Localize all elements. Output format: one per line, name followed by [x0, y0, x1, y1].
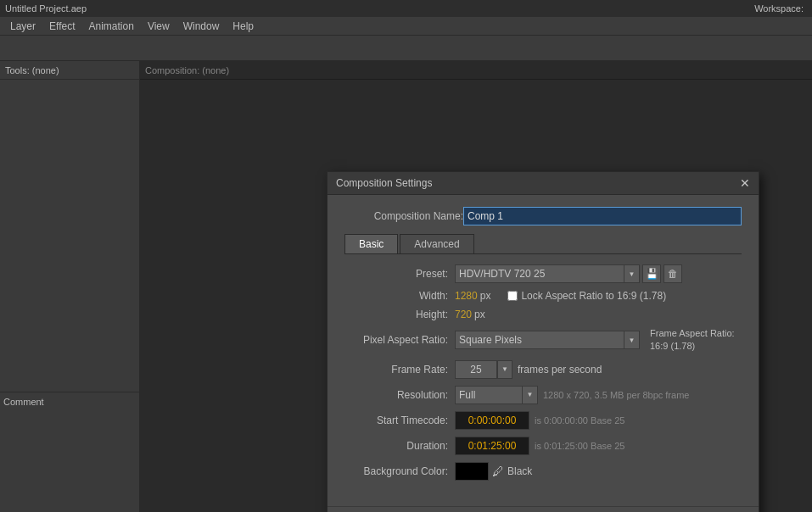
- comment-bar: Comment: [0, 392, 139, 410]
- frame-aspect-label: Frame Aspect Ratio:: [650, 327, 735, 340]
- width-value[interactable]: 1280: [455, 290, 478, 302]
- preset-save-button[interactable]: 💾: [642, 264, 661, 283]
- resolution-info: 1280 x 720, 3.5 MB per 8bpc frame: [543, 390, 689, 400]
- menu-window[interactable]: Window: [176, 20, 227, 32]
- pixel-aspect-row: Pixel Aspect Ratio: Square Pixels D1/DV …: [344, 327, 742, 353]
- menu-help[interactable]: Help: [226, 20, 260, 32]
- comp-name-input[interactable]: [463, 207, 742, 225]
- preset-row: Preset: HDV/HDTV 720 25 HDV/HDTV 1080 25…: [344, 264, 742, 283]
- frame-aspect-value: 16:9 (1.78): [650, 340, 735, 353]
- resolution-dropdown-wrapper: Full Half Third Quarter Custom ▼: [455, 386, 538, 404]
- resolution-select[interactable]: Full Half Third Quarter Custom: [455, 386, 523, 404]
- lock-aspect-label: Lock Aspect Ratio to 16:9 (1.78): [521, 290, 666, 302]
- eyedropper-button[interactable]: 🖊: [492, 465, 504, 478]
- menu-view[interactable]: View: [141, 20, 176, 32]
- toolbar: [0, 36, 812, 61]
- start-timecode-input[interactable]: [455, 411, 529, 430]
- pixel-aspect-select[interactable]: Square Pixels D1/DV NTSC D1/DV PAL: [455, 331, 624, 349]
- lock-aspect-checkbox[interactable]: [507, 291, 518, 301]
- dialog-overlay: Composition Settings ✕ Composition Name:…: [140, 61, 812, 512]
- resolution-label: Resolution:: [344, 389, 455, 401]
- height-value[interactable]: 720: [455, 309, 472, 320]
- background-color-label: Background Color:: [344, 465, 455, 477]
- comp-name-label: Composition Name:: [344, 210, 463, 222]
- lock-aspect-row: Lock Aspect Ratio to 16:9 (1.78): [507, 290, 666, 302]
- duration-label: Duration:: [344, 440, 455, 452]
- background-color-name: Black: [507, 465, 532, 477]
- width-unit: px: [480, 290, 491, 302]
- height-unit: px: [474, 309, 485, 320]
- width-row: Width: 1280 px Lock Aspect Ratio to 16:9…: [344, 290, 742, 302]
- resolution-row: Resolution: Full Half Third Quarter Cust…: [344, 386, 742, 404]
- background-color-swatch[interactable]: [455, 462, 489, 481]
- left-panel-header: Tools: (none): [0, 61, 139, 80]
- menu-layer[interactable]: Layer: [3, 20, 42, 32]
- preset-dropdown-arrow[interactable]: ▼: [624, 264, 640, 283]
- height-row: Height: 720 px: [344, 309, 742, 320]
- composition-settings-dialog: Composition Settings ✕ Composition Name:…: [327, 171, 759, 512]
- frame-rate-dropdown-arrow[interactable]: ▼: [497, 360, 512, 379]
- title-text: Untitled Project.aep: [5, 3, 87, 14]
- menu-bar: Layer Effect Animation View Window Help …: [0, 17, 812, 36]
- start-timecode-label: Start Timecode:: [344, 415, 455, 426]
- comment-label: Comment: [3, 397, 44, 407]
- pixel-aspect-dropdown-wrapper: Square Pixels D1/DV NTSC D1/DV PAL ▼: [455, 331, 640, 349]
- dialog-titlebar: Composition Settings ✕: [328, 172, 759, 195]
- duration-input[interactable]: [455, 437, 529, 455]
- preset-dropdown-wrapper: HDV/HDTV 720 25 HDV/HDTV 1080 25 Custom …: [455, 264, 640, 283]
- tab-advanced[interactable]: Advanced: [400, 234, 473, 253]
- panels-area: Tools: (none) Comment Composition: (none…: [0, 61, 812, 512]
- frame-rate-row: Frame Rate: ▼ frames per second: [344, 360, 742, 379]
- main-area: Composition: (none) Composition Settings…: [140, 61, 812, 512]
- dialog-content: Composition Name: Basic Advanced Preset:: [328, 195, 759, 499]
- menu-effect[interactable]: Effect: [42, 20, 81, 32]
- start-timecode-info: is 0:00:00:00 Base 25: [535, 415, 624, 426]
- frame-aspect-info: Frame Aspect Ratio: 16:9 (1.78): [650, 327, 735, 353]
- preset-label: Preset:: [344, 268, 455, 280]
- pixel-aspect-dropdown-arrow[interactable]: ▼: [624, 331, 640, 349]
- start-timecode-row: Start Timecode: is 0:00:00:00 Base 25: [344, 411, 742, 430]
- dialog-buttons: Preview OK Cancel: [328, 506, 759, 512]
- height-label: Height:: [344, 309, 455, 320]
- frame-rate-input[interactable]: [455, 360, 497, 379]
- comp-name-row: Composition Name:: [344, 207, 742, 225]
- frame-rate-label: Frame Rate:: [344, 364, 455, 376]
- resolution-dropdown-arrow[interactable]: ▼: [523, 386, 538, 404]
- dialog-close-button[interactable]: ✕: [740, 177, 750, 189]
- width-label: Width:: [344, 290, 455, 302]
- workspace-label: Workspace:: [754, 3, 804, 14]
- save-icon: 💾: [646, 268, 658, 280]
- preset-select[interactable]: HDV/HDTV 720 25 HDV/HDTV 1080 25 Custom: [455, 264, 624, 283]
- tab-basic[interactable]: Basic: [344, 234, 398, 253]
- preset-delete-button[interactable]: 🗑: [664, 264, 682, 283]
- background-color-row: Background Color: 🖊 Black: [344, 462, 742, 481]
- dialog-title: Composition Settings: [336, 177, 432, 189]
- duration-row: Duration: is 0:01:25:00 Base 25: [344, 437, 742, 455]
- left-panel: Tools: (none) Comment: [0, 61, 140, 512]
- duration-info: is 0:01:25:00 Base 25: [535, 441, 624, 451]
- settings-tabs: Basic Advanced: [344, 234, 742, 254]
- left-panel-title: Tools: (none): [5, 65, 59, 75]
- frame-rate-unit: frames per second: [518, 364, 602, 376]
- pixel-aspect-label: Pixel Aspect Ratio:: [344, 334, 455, 346]
- title-bar: Untitled Project.aep: [0, 0, 812, 17]
- menu-animation[interactable]: Animation: [82, 20, 141, 32]
- trash-icon: 🗑: [668, 268, 678, 280]
